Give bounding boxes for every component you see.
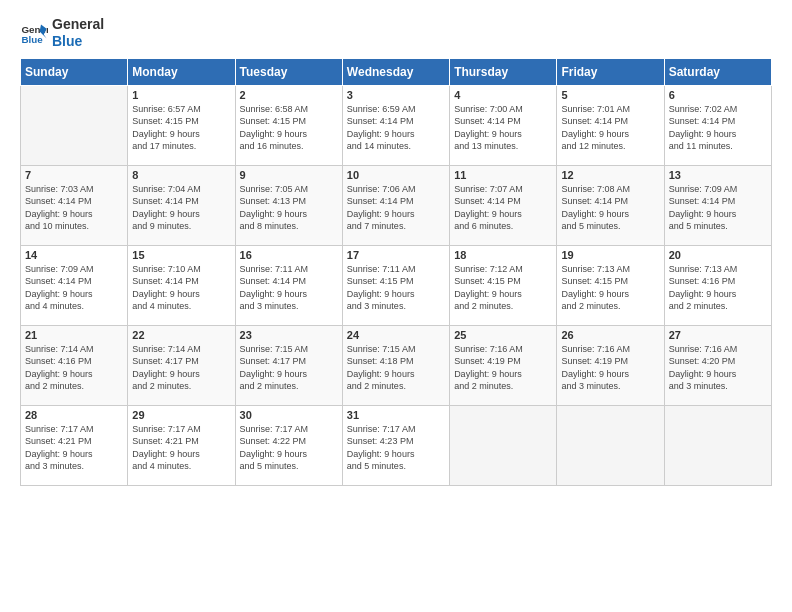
day-info: Sunrise: 7:17 AM Sunset: 4:22 PM Dayligh… bbox=[240, 423, 338, 473]
day-number: 22 bbox=[132, 329, 230, 341]
calendar-cell: 14Sunrise: 7:09 AM Sunset: 4:14 PM Dayli… bbox=[21, 245, 128, 325]
calendar-cell: 17Sunrise: 7:11 AM Sunset: 4:15 PM Dayli… bbox=[342, 245, 449, 325]
day-info: Sunrise: 6:58 AM Sunset: 4:15 PM Dayligh… bbox=[240, 103, 338, 153]
day-info: Sunrise: 7:13 AM Sunset: 4:15 PM Dayligh… bbox=[561, 263, 659, 313]
calendar-cell: 2Sunrise: 6:58 AM Sunset: 4:15 PM Daylig… bbox=[235, 85, 342, 165]
day-info: Sunrise: 7:05 AM Sunset: 4:13 PM Dayligh… bbox=[240, 183, 338, 233]
day-info: Sunrise: 7:10 AM Sunset: 4:14 PM Dayligh… bbox=[132, 263, 230, 313]
day-number: 9 bbox=[240, 169, 338, 181]
day-info: Sunrise: 7:07 AM Sunset: 4:14 PM Dayligh… bbox=[454, 183, 552, 233]
calendar-cell: 23Sunrise: 7:15 AM Sunset: 4:17 PM Dayli… bbox=[235, 325, 342, 405]
day-number: 6 bbox=[669, 89, 767, 101]
day-info: Sunrise: 7:06 AM Sunset: 4:14 PM Dayligh… bbox=[347, 183, 445, 233]
calendar-container: General Blue General Blue SundayMondayTu… bbox=[0, 0, 792, 496]
col-header-wednesday: Wednesday bbox=[342, 58, 449, 85]
header-row: SundayMondayTuesdayWednesdayThursdayFrid… bbox=[21, 58, 772, 85]
calendar-cell: 28Sunrise: 7:17 AM Sunset: 4:21 PM Dayli… bbox=[21, 405, 128, 485]
calendar-cell: 21Sunrise: 7:14 AM Sunset: 4:16 PM Dayli… bbox=[21, 325, 128, 405]
calendar-cell bbox=[557, 405, 664, 485]
col-header-thursday: Thursday bbox=[450, 58, 557, 85]
day-number: 4 bbox=[454, 89, 552, 101]
calendar-cell bbox=[450, 405, 557, 485]
day-info: Sunrise: 7:09 AM Sunset: 4:14 PM Dayligh… bbox=[669, 183, 767, 233]
day-number: 11 bbox=[454, 169, 552, 181]
day-info: Sunrise: 7:16 AM Sunset: 4:20 PM Dayligh… bbox=[669, 343, 767, 393]
day-number: 19 bbox=[561, 249, 659, 261]
day-number: 5 bbox=[561, 89, 659, 101]
calendar-cell: 13Sunrise: 7:09 AM Sunset: 4:14 PM Dayli… bbox=[664, 165, 771, 245]
day-info: Sunrise: 7:17 AM Sunset: 4:23 PM Dayligh… bbox=[347, 423, 445, 473]
day-number: 18 bbox=[454, 249, 552, 261]
day-number: 20 bbox=[669, 249, 767, 261]
day-info: Sunrise: 7:09 AM Sunset: 4:14 PM Dayligh… bbox=[25, 263, 123, 313]
svg-text:Blue: Blue bbox=[21, 34, 43, 45]
calendar-cell: 5Sunrise: 7:01 AM Sunset: 4:14 PM Daylig… bbox=[557, 85, 664, 165]
calendar-cell: 18Sunrise: 7:12 AM Sunset: 4:15 PM Dayli… bbox=[450, 245, 557, 325]
day-info: Sunrise: 7:03 AM Sunset: 4:14 PM Dayligh… bbox=[25, 183, 123, 233]
day-number: 31 bbox=[347, 409, 445, 421]
week-row-2: 7Sunrise: 7:03 AM Sunset: 4:14 PM Daylig… bbox=[21, 165, 772, 245]
logo-general: General bbox=[52, 16, 104, 33]
day-number: 26 bbox=[561, 329, 659, 341]
day-info: Sunrise: 7:13 AM Sunset: 4:16 PM Dayligh… bbox=[669, 263, 767, 313]
logo-blue: Blue bbox=[52, 33, 104, 50]
week-row-3: 14Sunrise: 7:09 AM Sunset: 4:14 PM Dayli… bbox=[21, 245, 772, 325]
day-info: Sunrise: 7:17 AM Sunset: 4:21 PM Dayligh… bbox=[132, 423, 230, 473]
day-number: 23 bbox=[240, 329, 338, 341]
day-number: 13 bbox=[669, 169, 767, 181]
calendar-cell: 26Sunrise: 7:16 AM Sunset: 4:19 PM Dayli… bbox=[557, 325, 664, 405]
day-number: 14 bbox=[25, 249, 123, 261]
week-row-1: 1Sunrise: 6:57 AM Sunset: 4:15 PM Daylig… bbox=[21, 85, 772, 165]
day-number: 24 bbox=[347, 329, 445, 341]
day-info: Sunrise: 7:02 AM Sunset: 4:14 PM Dayligh… bbox=[669, 103, 767, 153]
day-number: 17 bbox=[347, 249, 445, 261]
day-info: Sunrise: 7:15 AM Sunset: 4:18 PM Dayligh… bbox=[347, 343, 445, 393]
day-number: 1 bbox=[132, 89, 230, 101]
calendar-cell: 1Sunrise: 6:57 AM Sunset: 4:15 PM Daylig… bbox=[128, 85, 235, 165]
calendar-cell: 8Sunrise: 7:04 AM Sunset: 4:14 PM Daylig… bbox=[128, 165, 235, 245]
day-info: Sunrise: 7:17 AM Sunset: 4:21 PM Dayligh… bbox=[25, 423, 123, 473]
day-info: Sunrise: 7:16 AM Sunset: 4:19 PM Dayligh… bbox=[561, 343, 659, 393]
calendar-cell: 11Sunrise: 7:07 AM Sunset: 4:14 PM Dayli… bbox=[450, 165, 557, 245]
day-info: Sunrise: 6:57 AM Sunset: 4:15 PM Dayligh… bbox=[132, 103, 230, 153]
calendar-cell: 25Sunrise: 7:16 AM Sunset: 4:19 PM Dayli… bbox=[450, 325, 557, 405]
col-header-sunday: Sunday bbox=[21, 58, 128, 85]
day-number: 2 bbox=[240, 89, 338, 101]
calendar-cell: 4Sunrise: 7:00 AM Sunset: 4:14 PM Daylig… bbox=[450, 85, 557, 165]
day-info: Sunrise: 7:08 AM Sunset: 4:14 PM Dayligh… bbox=[561, 183, 659, 233]
calendar-cell: 15Sunrise: 7:10 AM Sunset: 4:14 PM Dayli… bbox=[128, 245, 235, 325]
calendar-cell: 30Sunrise: 7:17 AM Sunset: 4:22 PM Dayli… bbox=[235, 405, 342, 485]
calendar-cell: 20Sunrise: 7:13 AM Sunset: 4:16 PM Dayli… bbox=[664, 245, 771, 325]
col-header-monday: Monday bbox=[128, 58, 235, 85]
day-info: Sunrise: 7:16 AM Sunset: 4:19 PM Dayligh… bbox=[454, 343, 552, 393]
col-header-friday: Friday bbox=[557, 58, 664, 85]
day-info: Sunrise: 7:15 AM Sunset: 4:17 PM Dayligh… bbox=[240, 343, 338, 393]
day-number: 16 bbox=[240, 249, 338, 261]
day-number: 10 bbox=[347, 169, 445, 181]
calendar-cell: 7Sunrise: 7:03 AM Sunset: 4:14 PM Daylig… bbox=[21, 165, 128, 245]
day-number: 30 bbox=[240, 409, 338, 421]
day-number: 27 bbox=[669, 329, 767, 341]
calendar-cell: 12Sunrise: 7:08 AM Sunset: 4:14 PM Dayli… bbox=[557, 165, 664, 245]
calendar-cell: 31Sunrise: 7:17 AM Sunset: 4:23 PM Dayli… bbox=[342, 405, 449, 485]
day-number: 7 bbox=[25, 169, 123, 181]
col-header-tuesday: Tuesday bbox=[235, 58, 342, 85]
calendar-cell: 24Sunrise: 7:15 AM Sunset: 4:18 PM Dayli… bbox=[342, 325, 449, 405]
day-number: 12 bbox=[561, 169, 659, 181]
calendar-cell: 9Sunrise: 7:05 AM Sunset: 4:13 PM Daylig… bbox=[235, 165, 342, 245]
day-info: Sunrise: 7:11 AM Sunset: 4:15 PM Dayligh… bbox=[347, 263, 445, 313]
calendar-cell: 29Sunrise: 7:17 AM Sunset: 4:21 PM Dayli… bbox=[128, 405, 235, 485]
day-number: 21 bbox=[25, 329, 123, 341]
calendar-cell: 3Sunrise: 6:59 AM Sunset: 4:14 PM Daylig… bbox=[342, 85, 449, 165]
calendar-cell: 19Sunrise: 7:13 AM Sunset: 4:15 PM Dayli… bbox=[557, 245, 664, 325]
day-number: 25 bbox=[454, 329, 552, 341]
header: General Blue General Blue bbox=[20, 16, 772, 50]
calendar-cell: 22Sunrise: 7:14 AM Sunset: 4:17 PM Dayli… bbox=[128, 325, 235, 405]
day-info: Sunrise: 7:14 AM Sunset: 4:16 PM Dayligh… bbox=[25, 343, 123, 393]
logo: General Blue General Blue bbox=[20, 16, 104, 50]
day-info: Sunrise: 7:11 AM Sunset: 4:14 PM Dayligh… bbox=[240, 263, 338, 313]
day-number: 29 bbox=[132, 409, 230, 421]
day-number: 15 bbox=[132, 249, 230, 261]
week-row-4: 21Sunrise: 7:14 AM Sunset: 4:16 PM Dayli… bbox=[21, 325, 772, 405]
calendar-table: SundayMondayTuesdayWednesdayThursdayFrid… bbox=[20, 58, 772, 486]
